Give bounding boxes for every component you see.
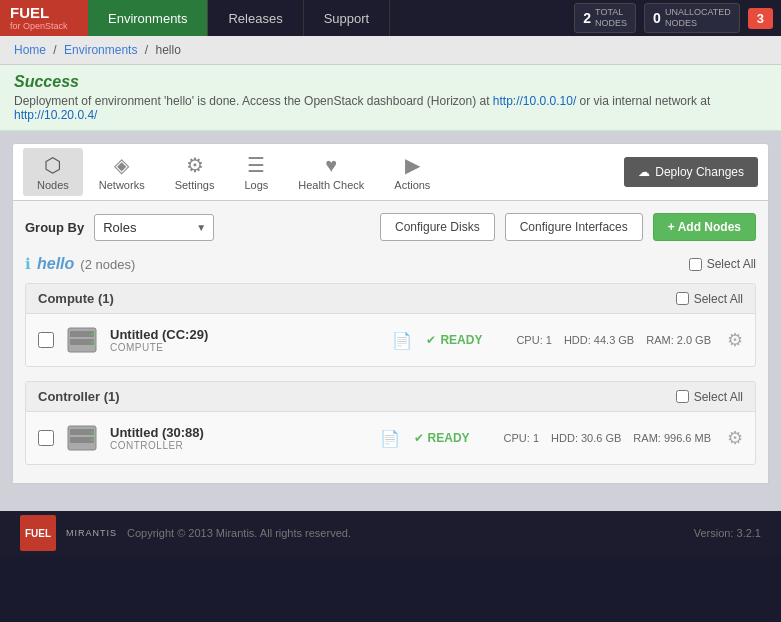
svg-rect-7 (70, 437, 94, 443)
networks-tab-label: Networks (99, 179, 145, 191)
logs-tab-label: Logs (244, 179, 268, 191)
controller-node-doc-icon: 📄 (380, 429, 400, 448)
controller-select-all[interactable]: Select All (676, 390, 743, 404)
compute-node-specs: CPU: 1 HDD: 44.3 GB RAM: 2.0 GB (516, 334, 711, 346)
compute-group-header: Compute (1) Select All (26, 284, 755, 314)
compute-node-checkbox[interactable] (38, 332, 54, 348)
controller-node-info: Untitled (30:88) CONTROLLER (110, 425, 370, 451)
server-icon (64, 420, 100, 456)
controller-status-check-icon: ✔ (414, 431, 424, 445)
nav-tab-releases[interactable]: Releases (208, 0, 303, 36)
controller-group-title: Controller (1) (38, 389, 120, 404)
compute-node-ram: RAM: 2.0 GB (646, 334, 711, 346)
group-by-select-wrapper: Roles Hardware Info Both ▼ (94, 214, 214, 241)
compute-group-title: Compute (1) (38, 291, 114, 306)
success-title: Success (14, 73, 767, 91)
tab-actions[interactable]: ▶ Actions (380, 148, 444, 196)
tab-settings[interactable]: ⚙ Settings (161, 148, 229, 196)
env-nodes-count: (2 nodes) (80, 257, 135, 272)
compute-node-cpu: CPU: 1 (516, 334, 551, 346)
compute-node-gear-icon[interactable]: ⚙ (727, 329, 743, 351)
server-icon (64, 322, 100, 358)
controller-node-gear-icon[interactable]: ⚙ (727, 427, 743, 449)
settings-tab-label: Settings (175, 179, 215, 191)
tab-health-check[interactable]: ♥ Health Check (284, 149, 378, 196)
table-row: Untitled (30:88) CONTROLLER 📄 ✔ READY CP… (26, 412, 755, 464)
success-banner: Success Deployment of environment 'hello… (0, 65, 781, 131)
actions-tab-icon: ▶ (405, 153, 420, 177)
svg-point-4 (91, 341, 94, 344)
env-header: ℹ hello (2 nodes) Select All (25, 255, 756, 273)
success-message: Deployment of environment 'hello' is don… (14, 94, 767, 122)
compute-node-hdd: HDD: 44.3 GB (564, 334, 634, 346)
compute-select-all[interactable]: Select All (676, 292, 743, 306)
svg-rect-2 (70, 339, 94, 345)
group-by-label: Group By (25, 220, 84, 235)
settings-tab-icon: ⚙ (186, 153, 204, 177)
select-all-top-checkbox[interactable] (689, 258, 702, 271)
env-title: ℹ hello (2 nodes) (25, 255, 135, 273)
unallocated-nodes-badge: 0 UNALLOCATEDNODES (644, 3, 740, 33)
tab-nodes[interactable]: ⬡ Nodes (23, 148, 83, 196)
controls-row: Group By Roles Hardware Info Both ▼ Conf… (25, 213, 756, 241)
tab-networks[interactable]: ◈ Networks (85, 148, 159, 196)
footer-copyright: Copyright © 2013 Mirantis. All rights re… (127, 527, 351, 539)
footer-version: Version: 3.2.1 (694, 527, 761, 539)
breadcrumb-sep1: / (53, 43, 56, 57)
success-msg-text: Deployment of environment 'hello' is don… (14, 94, 493, 108)
success-link1[interactable]: http://10.0.0.10/ (493, 94, 576, 108)
controller-node-name: Untitled (30:88) (110, 425, 370, 440)
svg-point-8 (91, 431, 94, 434)
controller-select-all-label: Select All (694, 390, 743, 404)
deploy-changes-button[interactable]: ☁ Deploy Changes (624, 157, 758, 187)
notification-badge[interactable]: 3 (748, 8, 773, 29)
compute-select-all-checkbox[interactable] (676, 292, 689, 305)
logo-name: FUEL (10, 5, 49, 22)
controller-node-role: CONTROLLER (110, 440, 370, 451)
tab-logs[interactable]: ☰ Logs (230, 148, 282, 196)
nav-tab-environments[interactable]: Environments (88, 0, 208, 36)
controller-group: Controller (1) Select All (25, 381, 756, 465)
controller-node-cpu: CPU: 1 (504, 432, 539, 444)
health-check-tab-icon: ♥ (325, 154, 337, 177)
controller-node-hdd: HDD: 30.6 GB (551, 432, 621, 444)
compute-node-role: COMPUTE (110, 342, 382, 353)
controller-select-all-checkbox[interactable] (676, 390, 689, 403)
unallocated-nodes-label: UNALLOCATEDNODES (665, 7, 731, 29)
nav-right: 2 TOTALNODES 0 UNALLOCATEDNODES 3 (574, 3, 781, 33)
controller-node-ram: RAM: 996.6 MB (633, 432, 711, 444)
compute-group: Compute (1) Select All (25, 283, 756, 367)
nav-tab-support[interactable]: Support (304, 0, 391, 36)
deploy-icon: ☁ (638, 165, 650, 179)
breadcrumb-current: hello (155, 43, 180, 57)
compute-select-all-label: Select All (694, 292, 743, 306)
controller-node-checkbox[interactable] (38, 430, 54, 446)
footer-mirantis: MIRANTIS (66, 528, 117, 538)
status-check-icon: ✔ (426, 333, 436, 347)
total-nodes-badge: 2 TOTALNODES (574, 3, 636, 33)
logo-sub: for OpenStack (10, 21, 68, 31)
unallocated-nodes-value: 0 (653, 10, 661, 26)
success-link2[interactable]: http://10.20.0.4/ (14, 108, 97, 122)
table-row: Untitled (CC:29) COMPUTE 📄 ✔ READY CPU: … (26, 314, 755, 366)
breadcrumb-home[interactable]: Home (14, 43, 46, 57)
total-nodes-value: 2 (583, 10, 591, 26)
select-all-top[interactable]: Select All (689, 257, 756, 271)
compute-node-name: Untitled (CC:29) (110, 327, 382, 342)
actions-tab-label: Actions (394, 179, 430, 191)
configure-interfaces-button[interactable]: Configure Interfaces (505, 213, 643, 241)
controller-node-status-text: READY (428, 431, 470, 445)
group-by-select[interactable]: Roles Hardware Info Both (94, 214, 214, 241)
nodes-tab-label: Nodes (37, 179, 69, 191)
configure-disks-button[interactable]: Configure Disks (380, 213, 495, 241)
add-nodes-button[interactable]: + Add Nodes (653, 213, 756, 241)
env-name: hello (37, 255, 74, 273)
main-content: ⬡ Nodes ◈ Networks ⚙ Settings ☰ Logs ♥ H… (0, 131, 781, 511)
deploy-label: Deploy Changes (655, 165, 744, 179)
compute-node-info: Untitled (CC:29) COMPUTE (110, 327, 382, 353)
breadcrumb-environments[interactable]: Environments (64, 43, 137, 57)
compute-node-status-text: READY (440, 333, 482, 347)
footer-logo-icon: FUEL (20, 515, 56, 551)
inner-panel: Group By Roles Hardware Info Both ▼ Conf… (12, 201, 769, 484)
nodes-tab-icon: ⬡ (44, 153, 61, 177)
